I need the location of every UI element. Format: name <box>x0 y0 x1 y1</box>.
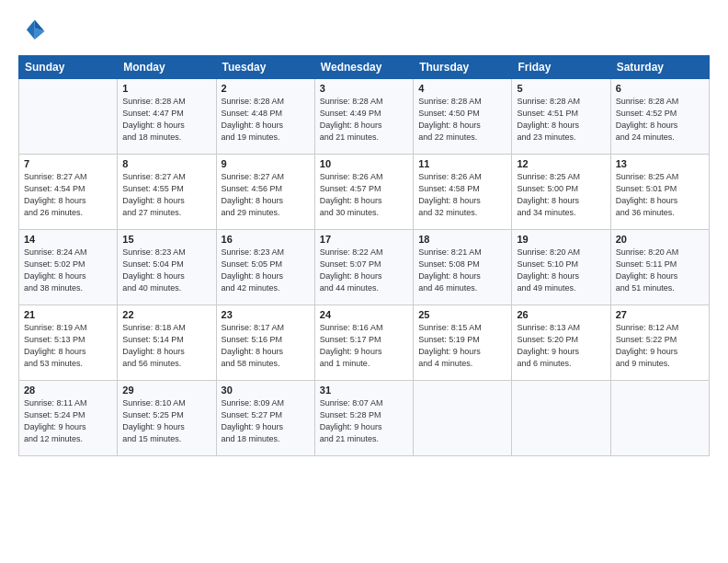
cell-content: Sunrise: 8:27 AM Sunset: 4:55 PM Dayligh… <box>122 171 210 219</box>
logo <box>18 17 51 46</box>
header <box>18 17 710 46</box>
cell-content: Sunrise: 8:26 AM Sunset: 4:57 PM Dayligh… <box>320 171 408 219</box>
calendar-cell: 26Sunrise: 8:13 AM Sunset: 5:20 PM Dayli… <box>512 305 610 381</box>
day-number: 23 <box>222 309 310 320</box>
day-number: 1 <box>122 83 210 94</box>
cell-content: Sunrise: 8:11 AM Sunset: 5:24 PM Dayligh… <box>24 397 112 445</box>
day-number: 26 <box>517 309 605 320</box>
day-number: 7 <box>24 158 112 169</box>
calendar-cell: 11Sunrise: 8:26 AM Sunset: 4:58 PM Dayli… <box>414 155 512 230</box>
cell-content: Sunrise: 8:25 AM Sunset: 5:00 PM Dayligh… <box>517 171 605 219</box>
calendar-cell: 27Sunrise: 8:12 AM Sunset: 5:22 PM Dayli… <box>610 305 709 381</box>
calendar-cell: 3Sunrise: 8:28 AM Sunset: 4:49 PM Daylig… <box>314 79 413 155</box>
calendar-cell: 4Sunrise: 8:28 AM Sunset: 4:50 PM Daylig… <box>414 79 512 155</box>
header-row: SundayMondayTuesdayWednesdayThursdayFrid… <box>19 56 710 79</box>
cell-content: Sunrise: 8:07 AM Sunset: 5:28 PM Dayligh… <box>320 397 408 445</box>
day-number: 5 <box>517 83 605 94</box>
cell-content: Sunrise: 8:19 AM Sunset: 5:13 PM Dayligh… <box>24 322 112 370</box>
calendar-cell: 6Sunrise: 8:28 AM Sunset: 4:52 PM Daylig… <box>610 79 709 155</box>
cell-content: Sunrise: 8:28 AM Sunset: 4:49 PM Dayligh… <box>320 96 408 144</box>
calendar-cell <box>414 381 512 456</box>
calendar-cell: 10Sunrise: 8:26 AM Sunset: 4:57 PM Dayli… <box>314 155 413 230</box>
cell-content: Sunrise: 8:28 AM Sunset: 4:50 PM Dayligh… <box>418 96 506 144</box>
day-number: 10 <box>320 158 408 169</box>
calendar-cell: 31Sunrise: 8:07 AM Sunset: 5:28 PM Dayli… <box>314 381 413 456</box>
day-number: 25 <box>418 309 506 320</box>
logo-icon <box>18 17 48 46</box>
calendar-cell: 13Sunrise: 8:25 AM Sunset: 5:01 PM Dayli… <box>610 155 709 230</box>
cell-content: Sunrise: 8:28 AM Sunset: 4:51 PM Dayligh… <box>517 96 605 144</box>
week-row-4: 21Sunrise: 8:19 AM Sunset: 5:13 PM Dayli… <box>19 305 710 381</box>
day-number: 15 <box>122 234 210 245</box>
cell-content: Sunrise: 8:27 AM Sunset: 4:56 PM Dayligh… <box>222 171 310 219</box>
page: SundayMondayTuesdayWednesdayThursdayFrid… <box>0 0 728 563</box>
col-header-friday: Friday <box>512 56 610 79</box>
calendar-cell: 5Sunrise: 8:28 AM Sunset: 4:51 PM Daylig… <box>512 79 610 155</box>
day-number: 4 <box>418 83 506 94</box>
calendar-cell: 21Sunrise: 8:19 AM Sunset: 5:13 PM Dayli… <box>19 305 118 381</box>
calendar-cell <box>512 381 610 456</box>
day-number: 20 <box>616 234 704 245</box>
calendar-cell: 22Sunrise: 8:18 AM Sunset: 5:14 PM Dayli… <box>118 305 216 381</box>
calendar-table: SundayMondayTuesdayWednesdayThursdayFrid… <box>18 55 710 456</box>
day-number: 28 <box>24 385 112 396</box>
day-number: 17 <box>320 234 408 245</box>
calendar-cell: 1Sunrise: 8:28 AM Sunset: 4:47 PM Daylig… <box>118 79 216 155</box>
calendar-cell: 29Sunrise: 8:10 AM Sunset: 5:25 PM Dayli… <box>118 381 216 456</box>
calendar-cell <box>19 79 118 155</box>
cell-content: Sunrise: 8:20 AM Sunset: 5:11 PM Dayligh… <box>616 247 704 294</box>
day-number: 31 <box>320 385 408 396</box>
calendar-cell: 20Sunrise: 8:20 AM Sunset: 5:11 PM Dayli… <box>610 230 709 305</box>
cell-content: Sunrise: 8:15 AM Sunset: 5:19 PM Dayligh… <box>418 322 506 370</box>
day-number: 8 <box>122 158 210 169</box>
day-number: 2 <box>222 83 310 94</box>
cell-content: Sunrise: 8:17 AM Sunset: 5:16 PM Dayligh… <box>222 322 310 370</box>
day-number: 29 <box>122 385 210 396</box>
day-number: 22 <box>122 309 210 320</box>
col-header-thursday: Thursday <box>414 56 512 79</box>
calendar-cell <box>610 381 709 456</box>
calendar-cell: 9Sunrise: 8:27 AM Sunset: 4:56 PM Daylig… <box>216 155 314 230</box>
calendar-cell: 14Sunrise: 8:24 AM Sunset: 5:02 PM Dayli… <box>19 230 118 305</box>
cell-content: Sunrise: 8:26 AM Sunset: 4:58 PM Dayligh… <box>418 171 506 219</box>
week-row-2: 7Sunrise: 8:27 AM Sunset: 4:54 PM Daylig… <box>19 155 710 230</box>
day-number: 11 <box>418 158 506 169</box>
calendar-cell: 8Sunrise: 8:27 AM Sunset: 4:55 PM Daylig… <box>118 155 216 230</box>
day-number: 14 <box>24 234 112 245</box>
cell-content: Sunrise: 8:28 AM Sunset: 4:47 PM Dayligh… <box>122 96 210 144</box>
calendar-cell: 16Sunrise: 8:23 AM Sunset: 5:05 PM Dayli… <box>216 230 314 305</box>
calendar-cell: 12Sunrise: 8:25 AM Sunset: 5:00 PM Dayli… <box>512 155 610 230</box>
col-header-saturday: Saturday <box>610 56 709 79</box>
svg-marker-2 <box>27 20 35 40</box>
cell-content: Sunrise: 8:24 AM Sunset: 5:02 PM Dayligh… <box>24 247 112 294</box>
cell-content: Sunrise: 8:20 AM Sunset: 5:10 PM Dayligh… <box>517 247 605 294</box>
cell-content: Sunrise: 8:22 AM Sunset: 5:07 PM Dayligh… <box>320 247 408 294</box>
day-number: 27 <box>616 309 704 320</box>
col-header-tuesday: Tuesday <box>216 56 314 79</box>
calendar-cell: 24Sunrise: 8:16 AM Sunset: 5:17 PM Dayli… <box>314 305 413 381</box>
day-number: 3 <box>320 83 408 94</box>
day-number: 24 <box>320 309 408 320</box>
day-number: 13 <box>616 158 704 169</box>
day-number: 12 <box>517 158 605 169</box>
day-number: 16 <box>222 234 310 245</box>
cell-content: Sunrise: 8:27 AM Sunset: 4:54 PM Dayligh… <box>24 171 112 219</box>
cell-content: Sunrise: 8:13 AM Sunset: 5:20 PM Dayligh… <box>517 322 605 370</box>
day-number: 21 <box>24 309 112 320</box>
calendar-cell: 28Sunrise: 8:11 AM Sunset: 5:24 PM Dayli… <box>19 381 118 456</box>
calendar-cell: 19Sunrise: 8:20 AM Sunset: 5:10 PM Dayli… <box>512 230 610 305</box>
cell-content: Sunrise: 8:18 AM Sunset: 5:14 PM Dayligh… <box>122 322 210 370</box>
week-row-3: 14Sunrise: 8:24 AM Sunset: 5:02 PM Dayli… <box>19 230 710 305</box>
col-header-sunday: Sunday <box>19 56 118 79</box>
cell-content: Sunrise: 8:25 AM Sunset: 5:01 PM Dayligh… <box>616 171 704 219</box>
cell-content: Sunrise: 8:28 AM Sunset: 4:48 PM Dayligh… <box>222 96 310 144</box>
cell-content: Sunrise: 8:12 AM Sunset: 5:22 PM Dayligh… <box>616 322 704 370</box>
cell-content: Sunrise: 8:09 AM Sunset: 5:27 PM Dayligh… <box>222 397 310 445</box>
day-number: 6 <box>616 83 704 94</box>
cell-content: Sunrise: 8:23 AM Sunset: 5:04 PM Dayligh… <box>122 247 210 294</box>
calendar-cell: 15Sunrise: 8:23 AM Sunset: 5:04 PM Dayli… <box>118 230 216 305</box>
calendar-cell: 7Sunrise: 8:27 AM Sunset: 4:54 PM Daylig… <box>19 155 118 230</box>
cell-content: Sunrise: 8:21 AM Sunset: 5:08 PM Dayligh… <box>418 247 506 294</box>
cell-content: Sunrise: 8:28 AM Sunset: 4:52 PM Dayligh… <box>616 96 704 144</box>
day-number: 19 <box>517 234 605 245</box>
